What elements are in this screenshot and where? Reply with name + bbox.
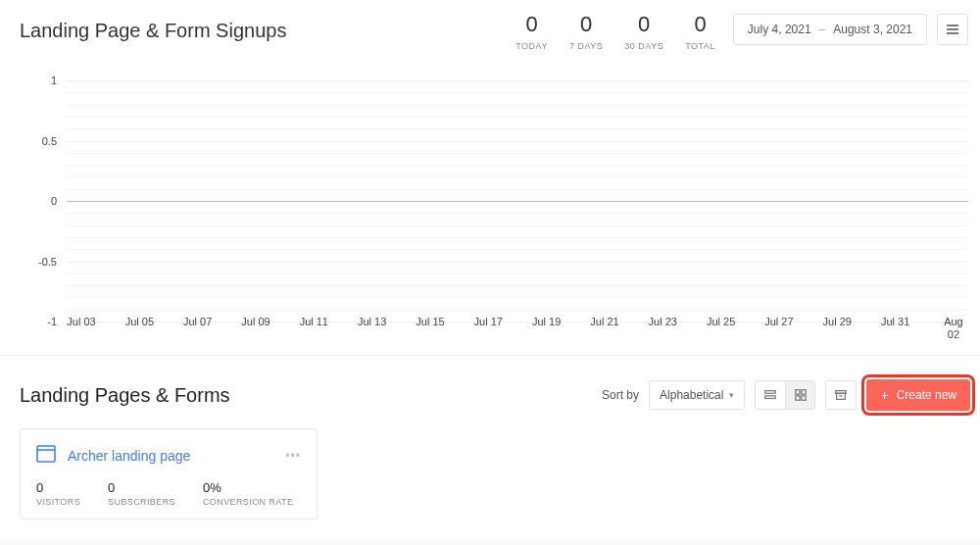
card-stat-value: 0% bbox=[203, 480, 293, 495]
plus-icon: + bbox=[880, 388, 888, 402]
sort-select[interactable]: Alphabetical ▾ bbox=[649, 380, 745, 410]
svg-rect-12 bbox=[37, 446, 55, 462]
stat-total: 0 TOTAL bbox=[685, 14, 715, 51]
svg-rect-3 bbox=[765, 391, 776, 394]
view-grid-button[interactable] bbox=[785, 381, 814, 409]
x-tick: Jul 19 bbox=[532, 316, 562, 345]
view-list-button[interactable] bbox=[756, 381, 785, 409]
stat-7days: 0 7 DAYS bbox=[569, 14, 603, 51]
create-new-label: Create new bbox=[897, 388, 956, 402]
svg-rect-6 bbox=[802, 390, 806, 394]
x-tick: Jul 07 bbox=[183, 316, 213, 345]
x-tick: Jul 23 bbox=[648, 316, 677, 345]
list-title: Landing Pages & Forms bbox=[20, 384, 230, 407]
stat-value: 0 bbox=[624, 14, 663, 35]
stat-label: TODAY bbox=[515, 41, 548, 51]
stat-30days: 0 30 DAYS bbox=[624, 14, 663, 51]
x-tick: Jul 15 bbox=[416, 316, 445, 345]
card-stat-value: 0 bbox=[36, 480, 80, 495]
menu-button[interactable] bbox=[937, 14, 968, 45]
list-header: Landing Pages & Forms Sort by Alphabetic… bbox=[0, 356, 980, 428]
card-stat-label: CONVERSION RATE bbox=[203, 497, 293, 507]
x-tick: Jul 31 bbox=[881, 316, 910, 345]
stat-value: 0 bbox=[685, 14, 715, 35]
archive-button-group bbox=[825, 380, 857, 410]
grid-view-icon bbox=[794, 388, 808, 402]
x-tick: Jul 29 bbox=[822, 316, 852, 345]
x-tick: Jul 27 bbox=[764, 316, 794, 345]
svg-rect-7 bbox=[796, 396, 800, 400]
stat-label: 7 DAYS bbox=[569, 41, 603, 51]
header: Landing Page & Form Signups 0 TODAY 0 7 … bbox=[0, 0, 980, 51]
x-tick: Jul 11 bbox=[299, 316, 328, 345]
page-title: Landing Page & Form Signups bbox=[20, 20, 286, 42]
x-tick: Jul 13 bbox=[358, 316, 387, 345]
card-stat-label: VISITORS bbox=[36, 497, 80, 507]
x-tick: Jul 25 bbox=[707, 316, 736, 345]
signups-chart: 1 0.5 0 -0.5 -1 bbox=[0, 51, 980, 355]
card-title: Archer landing page bbox=[68, 448, 273, 464]
chart-x-axis: Jul 03Jul 05Jul 07Jul 09Jul 11Jul 13Jul … bbox=[67, 316, 968, 345]
svg-rect-4 bbox=[765, 396, 776, 399]
chart-grid bbox=[67, 80, 968, 322]
svg-rect-5 bbox=[796, 390, 800, 394]
view-toggle-group bbox=[755, 380, 815, 410]
y-tick: -1 bbox=[47, 316, 57, 327]
list-view-icon bbox=[763, 388, 777, 402]
date-range-picker[interactable]: July 4, 2021 – August 3, 2021 bbox=[733, 14, 927, 45]
stat-today: 0 TODAY bbox=[515, 14, 548, 51]
x-tick: Jul 03 bbox=[67, 316, 96, 345]
stat-label: 30 DAYS bbox=[624, 41, 663, 51]
hamburger-icon bbox=[946, 24, 959, 35]
stat-value: 0 bbox=[515, 14, 548, 35]
card-stat-label: SUBSCRIBERS bbox=[108, 497, 175, 507]
summary-stats: 0 TODAY 0 7 DAYS 0 30 DAYS 0 TOTAL bbox=[515, 14, 715, 51]
sort-selected-value: Alphabetical bbox=[660, 388, 723, 402]
archive-button[interactable] bbox=[826, 381, 856, 409]
card-stat-value: 0 bbox=[108, 480, 175, 495]
y-tick: -0.5 bbox=[38, 256, 57, 268]
x-tick: Jul 09 bbox=[241, 316, 270, 345]
chart-y-axis: 1 0.5 0 -0.5 -1 bbox=[20, 80, 63, 322]
card-stat-subscribers: 0 SUBSCRIBERS bbox=[108, 480, 175, 507]
landing-page-card[interactable]: Archer landing page ••• 0 VISITORS 0 SUB… bbox=[20, 428, 318, 520]
y-tick: 0 bbox=[51, 195, 57, 207]
card-menu-button[interactable]: ••• bbox=[285, 449, 301, 463]
x-tick: Aug 02 bbox=[939, 316, 968, 345]
landing-page-icon bbox=[36, 445, 56, 467]
x-tick: Jul 17 bbox=[473, 316, 503, 345]
x-tick: Jul 21 bbox=[590, 316, 619, 345]
y-tick: 0.5 bbox=[42, 135, 57, 147]
archive-icon bbox=[834, 388, 848, 402]
date-range-end: August 3, 2021 bbox=[833, 23, 912, 36]
chevron-down-icon: ▾ bbox=[729, 390, 734, 400]
create-new-button[interactable]: + Create new bbox=[866, 379, 970, 411]
card-stat-conversion: 0% CONVERSION RATE bbox=[203, 480, 293, 507]
svg-rect-8 bbox=[802, 396, 806, 400]
stat-value: 0 bbox=[569, 14, 603, 35]
card-stat-visitors: 0 VISITORS bbox=[36, 480, 80, 507]
card-stats: 0 VISITORS 0 SUBSCRIBERS 0% CONVERSION R… bbox=[36, 480, 301, 507]
y-tick: 1 bbox=[51, 74, 57, 86]
sort-by-label: Sort by bbox=[602, 388, 639, 402]
x-tick: Jul 05 bbox=[124, 316, 154, 345]
date-range-start: July 4, 2021 bbox=[748, 23, 811, 36]
cards-area: Archer landing page ••• 0 VISITORS 0 SUB… bbox=[0, 428, 980, 539]
stat-label: TOTAL bbox=[685, 41, 715, 51]
date-range-separator: – bbox=[819, 23, 826, 36]
